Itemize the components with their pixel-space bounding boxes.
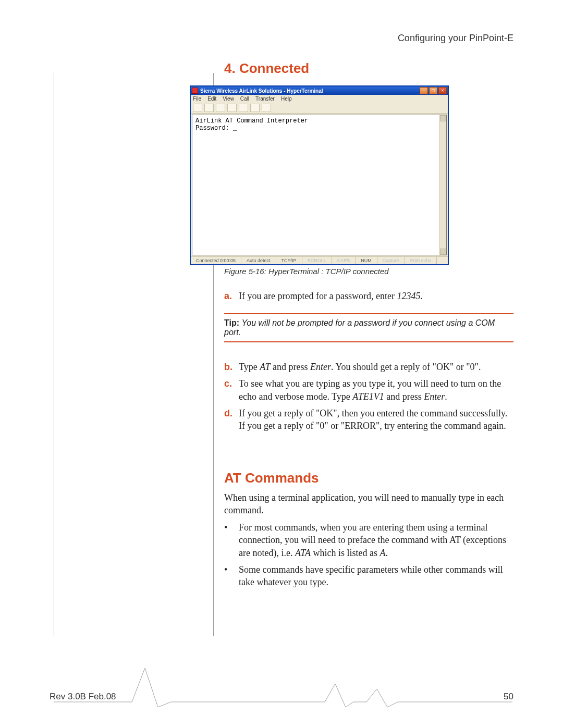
close-button[interactable] xyxy=(438,87,447,94)
menu-help[interactable]: Help xyxy=(281,96,292,102)
footer-page-number: 50 xyxy=(504,692,513,702)
heading-at-commands: AT Commands xyxy=(224,470,319,486)
status-autodetect: Auto detect xyxy=(241,257,276,264)
status-capture: Capture xyxy=(377,257,405,264)
bullet-body: Some commands have specific parameters w… xyxy=(239,563,513,589)
toolbar-new-icon[interactable] xyxy=(193,104,202,112)
menu-call[interactable]: Call xyxy=(240,96,249,102)
page-header-right: Configuring your PinPoint-E xyxy=(398,33,513,44)
figure-caption: Figure 5-16: HyperTerminal : TCP/IP conn… xyxy=(224,267,389,276)
step-body: To see what you are typing as you type i… xyxy=(239,377,513,403)
menu-transfer[interactable]: Transfer xyxy=(255,96,275,102)
toolbar-hangup-icon[interactable] xyxy=(227,104,237,112)
menu-view[interactable]: View xyxy=(223,96,234,102)
scroll-down-button[interactable] xyxy=(440,249,446,255)
step-letter: b. xyxy=(224,361,239,373)
step-body: If you get a reply of "OK", then you ent… xyxy=(239,407,513,433)
footer-ecg-decoration xyxy=(54,658,512,710)
footer-revision: Rev 3.0B Feb.08 xyxy=(50,692,116,702)
menubar: File Edit View Call Transfer Help xyxy=(191,95,448,103)
bullet-mark: • xyxy=(224,521,239,559)
hyperterminal-titlebar: Sierra Wireless AirLink Solutions - Hype… xyxy=(191,87,448,95)
step-d: d. If you get a reply of "OK", then you … xyxy=(224,407,513,433)
maximize-button[interactable] xyxy=(429,87,437,94)
toolbar xyxy=(191,103,448,114)
step-letter: a. xyxy=(224,290,239,302)
step-body: Type AT and press Enter. You should get … xyxy=(239,361,513,373)
app-icon xyxy=(192,88,198,94)
status-printecho: Print echo xyxy=(405,257,437,264)
tip-box: Tip: You will not be prompted for a pass… xyxy=(224,313,513,342)
toolbar-receive-icon[interactable] xyxy=(250,104,260,112)
window-title: Sierra Wireless AirLink Solutions - Hype… xyxy=(200,88,323,94)
status-caps: CAPS xyxy=(332,257,356,264)
tip-text: Tip: You will not be prompted for a pass… xyxy=(224,314,513,341)
bullet-2: • Some commands have specific parameters… xyxy=(224,563,513,589)
terminal-line-2: Password: _ xyxy=(195,125,237,132)
left-vertical-rule xyxy=(54,73,54,636)
hyperterminal-window: Sierra Wireless AirLink Solutions - Hype… xyxy=(190,85,449,265)
bullet-body: For most commands, when you are entering… xyxy=(239,521,513,559)
bullet-1: • For most commands, when you are enteri… xyxy=(224,521,513,559)
bullet-mark: • xyxy=(224,563,239,589)
at-intro-paragraph: When using a terminal application, you w… xyxy=(224,491,513,517)
step-b: b. Type AT and press Enter. You should g… xyxy=(224,361,513,373)
step-body: If you are prompted for a password, ente… xyxy=(239,290,513,302)
terminal-client-area[interactable]: AirLink AT Command Interpreter Password:… xyxy=(192,115,447,255)
step-letter: c. xyxy=(224,377,239,403)
tip-rule-bottom xyxy=(224,341,513,342)
step-a: a. If you are prompted for a password, e… xyxy=(224,290,513,302)
scroll-up-button[interactable] xyxy=(440,115,446,121)
toolbar-properties-icon[interactable] xyxy=(262,104,271,112)
toolbar-send-icon[interactable] xyxy=(239,104,248,112)
step-letter: d. xyxy=(224,407,239,433)
menu-file[interactable]: File xyxy=(193,96,201,102)
terminal-line-1: AirLink AT Command Interpreter xyxy=(195,117,308,125)
status-num: NUM xyxy=(356,257,377,264)
vertical-scrollbar[interactable] xyxy=(439,115,446,255)
step-c: c. To see what you are typing as you typ… xyxy=(224,377,513,403)
minimize-button[interactable] xyxy=(420,87,428,94)
status-scroll: SCROLL xyxy=(302,257,332,264)
status-protocol: TCP/IP xyxy=(276,257,302,264)
toolbar-open-icon[interactable] xyxy=(204,104,214,112)
status-connected: Connected 0:00:05 xyxy=(191,257,241,264)
toolbar-call-icon[interactable] xyxy=(216,104,225,112)
heading-connected: 4. Connected xyxy=(224,60,309,77)
menu-edit[interactable]: Edit xyxy=(207,96,216,102)
page: Configuring your PinPoint-E 4. Connected… xyxy=(0,0,563,728)
statusbar: Connected 0:00:05 Auto detect TCP/IP SCR… xyxy=(191,256,448,264)
